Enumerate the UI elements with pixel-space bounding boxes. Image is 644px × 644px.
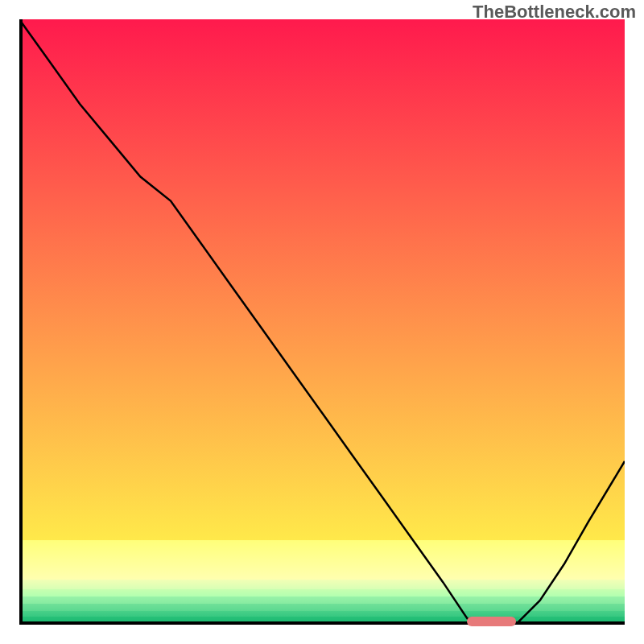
- plot-area: [19, 19, 625, 625]
- bottleneck-curve: [19, 19, 625, 625]
- chart-container: TheBottleneck.com: [0, 0, 644, 644]
- optimal-marker: [467, 617, 515, 626]
- watermark-text: TheBottleneck.com: [473, 2, 636, 23]
